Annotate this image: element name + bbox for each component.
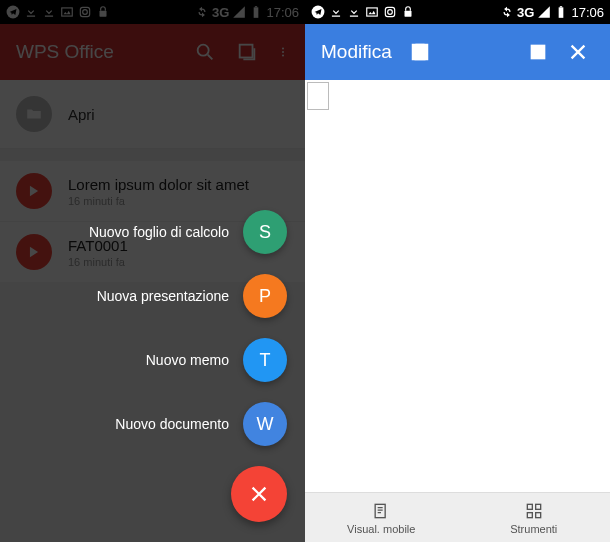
mobile-view-icon	[371, 501, 391, 521]
edit-header: Modifica 1	[305, 24, 610, 80]
status-icons-left	[311, 5, 415, 19]
spreadsheet-icon: S	[243, 210, 287, 254]
camera-icon	[383, 5, 397, 19]
svg-rect-14	[385, 7, 394, 16]
svg-rect-25	[527, 504, 532, 509]
bottom-toolbar: Visual. mobile Strumenti	[305, 492, 610, 542]
tools-button[interactable]: Strumenti	[458, 493, 611, 542]
tools-label: Strumenti	[510, 523, 557, 535]
fab-label: Nuovo memo	[146, 352, 229, 368]
svg-point-15	[388, 10, 393, 15]
mobile-view-button[interactable]: Visual. mobile	[305, 493, 458, 542]
clock: 17:06	[571, 5, 604, 20]
svg-rect-21	[415, 53, 424, 59]
fab-menu: Nuovo foglio di calcolo S Nuova presenta…	[89, 210, 287, 522]
svg-rect-27	[527, 512, 532, 517]
svg-text:1: 1	[535, 47, 541, 58]
svg-rect-26	[535, 504, 540, 509]
presentation-icon: P	[243, 274, 287, 318]
memo-icon: T	[243, 338, 287, 382]
svg-rect-16	[405, 11, 412, 17]
download-icon	[329, 5, 343, 19]
image-icon	[365, 5, 379, 19]
signal-icon	[537, 5, 551, 19]
fab-item-spreadsheet[interactable]: Nuovo foglio di calcolo S	[89, 210, 287, 254]
battery-icon	[554, 5, 568, 19]
save-icon[interactable]	[400, 32, 440, 72]
document-canvas[interactable]	[305, 80, 610, 492]
fab-label: Nuovo documento	[115, 416, 229, 432]
close-icon	[248, 483, 270, 505]
mobile-view-label: Visual. mobile	[347, 523, 415, 535]
fab-overlay[interactable]: Nuovo foglio di calcolo S Nuova presenta…	[0, 0, 305, 542]
fab-label: Nuova presentazione	[97, 288, 229, 304]
svg-rect-13	[367, 8, 378, 16]
status-icons-right: 3G 17:06	[500, 5, 604, 20]
svg-rect-18	[560, 6, 562, 7]
edit-title: Modifica	[317, 41, 400, 63]
fab-item-memo[interactable]: Nuovo memo T	[146, 338, 287, 382]
lock-icon	[401, 5, 415, 19]
phone-left: 3G 17:06 WPS Office Apri Lorem ipsum dol…	[0, 0, 305, 542]
telegram-icon	[311, 5, 325, 19]
sync-icon	[500, 5, 514, 19]
fab-label: Nuovo foglio di calcolo	[89, 224, 229, 240]
svg-rect-20	[416, 45, 423, 50]
phone-right: 3G 17:06 Modifica 1 Visual. mobile Strum…	[305, 0, 610, 542]
svg-rect-24	[375, 504, 385, 517]
fab-item-presentation[interactable]: Nuova presentazione P	[97, 274, 287, 318]
fab-close-button[interactable]	[231, 466, 287, 522]
svg-rect-17	[559, 7, 564, 17]
download-icon	[347, 5, 361, 19]
document-icon: W	[243, 402, 287, 446]
page-thumbnail[interactable]	[307, 82, 329, 110]
fab-item-document[interactable]: Nuovo documento W	[115, 402, 287, 446]
network-label: 3G	[517, 5, 534, 20]
close-icon[interactable]	[558, 32, 598, 72]
status-bar: 3G 17:06	[305, 0, 610, 24]
tools-icon	[524, 501, 544, 521]
svg-rect-28	[535, 512, 540, 517]
page-count-icon[interactable]: 1	[518, 32, 558, 72]
